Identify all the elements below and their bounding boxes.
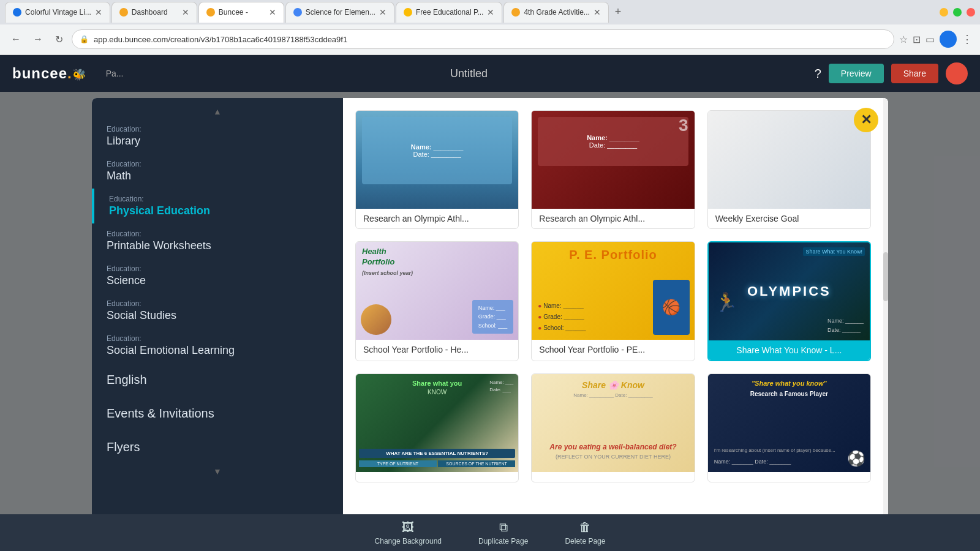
template-thumb-1: Name: ________ Date: ________ [356,111,518,209]
change-background-icon: 🖼 [402,520,414,534]
delete-page-button[interactable]: 🗑 Delete Page [565,520,605,545]
scroll-up-indicator: ▲ [92,104,343,119]
address-actions: ☆ ⊡ ▭ ⋮ [899,31,973,48]
tab-1-close[interactable]: ✕ [95,7,102,17]
tab-2-title: Dashboard [132,8,178,17]
sidebar-item-physical-education[interactable]: Education: Physical Education [92,189,343,223]
template-card-3[interactable]: Weekly Exercise Goal [707,110,871,229]
tab-2-favicon [119,8,128,17]
template-name-5: School Year Portfolio - PE... [532,340,694,359]
sidebar-item-science[interactable]: Education: Science [92,258,343,293]
user-avatar[interactable] [946,62,968,84]
tab-2-close[interactable]: ✕ [182,7,189,17]
tab-4-close[interactable]: ✕ [379,7,386,17]
template-card-7[interactable]: Share what you KNOW Name: ___Date: ___ W… [355,373,519,482]
template-card-8[interactable]: Share 🌸 Know Name: _________ Date: _____… [531,373,695,482]
tab-3-close[interactable]: ✕ [269,7,276,17]
tab-4-title: Science for Elemen... [306,8,375,17]
ssl-icon: 🔒 [80,35,89,43]
app-title: Untitled [134,67,805,80]
sidebar-item-english[interactable]: English [92,363,343,397]
template-thumb-3 [708,111,870,209]
change-background-button[interactable]: 🖼 Change Background [375,520,442,545]
close-modal-button[interactable]: ✕ [854,108,878,132]
tab-5-favicon [404,8,412,17]
tab-2[interactable]: Dashboard ✕ [111,2,197,23]
browser-menu-icon[interactable]: ⋮ [962,32,973,46]
template-name-1: Research an Olympic Athl... [356,209,518,228]
header-actions: ? Preview Share [815,62,968,84]
help-button[interactable]: ? [815,67,821,81]
minimize-button[interactable] [940,8,948,17]
template-card-2[interactable]: Name: ________ Date: ________ 3 Research… [531,110,695,229]
url-text: app.edu.buncee.com/creation/v3/b1708b1ac… [94,35,886,44]
tab-6-close[interactable]: ✕ [594,7,601,17]
template-grid: Name: ________ Date: ________ Research a… [355,110,876,482]
template-name-7 [356,472,518,482]
tab-3-title: Buncee - [219,8,265,17]
app-logo: buncee.🐝 [12,65,86,82]
template-card-9[interactable]: "Share what you know" Research a Famous … [707,373,871,482]
new-tab-button[interactable]: + [610,6,627,18]
template-name-8 [532,472,694,482]
template-name-6: Share What You Know - L... [709,340,870,360]
tab-5-title: Free Educational P... [416,8,484,17]
extension-icon[interactable]: ⊡ [913,34,921,45]
tab-5[interactable]: Free Educational P... ✕ [396,2,503,23]
template-thumb-9: "Share what you know" Research a Famous … [708,374,870,472]
template-thumb-4: HealthPortfolio(Insert school year) Name… [356,242,518,340]
template-card-1[interactable]: Name: ________ Date: ________ Research a… [355,110,519,229]
page-label: Pa... [106,69,124,78]
url-bar[interactable]: 🔒 app.edu.buncee.com/creation/v3/b1708b1… [72,29,894,49]
template-content-area[interactable]: ✕ Name: ________ Date: ________ [343,98,888,539]
maximize-button[interactable] [953,8,962,17]
close-window-button[interactable] [967,8,975,17]
duplicate-page-icon: ⧉ [499,520,508,534]
delete-page-icon: 🗑 [579,520,591,534]
content-scroll-thumb [883,252,888,301]
template-name-4: School Year Portfolio - He... [356,340,518,359]
tab-4[interactable]: Science for Elemen... ✕ [285,2,394,23]
bottom-toolbar: 🖼 Change Background ⧉ Duplicate Page 🗑 D… [0,514,980,551]
content-scrollbar[interactable] [883,98,888,539]
tab-5-close[interactable]: ✕ [487,7,494,17]
template-thumb-5: P. E. Portfolio ● Name: ______ ● Grade: … [532,242,694,340]
sidebar-item-math[interactable]: Education: Math [92,154,343,189]
sidebar-item-library[interactable]: Education: Library [92,119,343,154]
sidebar-item-events[interactable]: Events & Invitations [92,397,343,430]
sidebar-item-flyers[interactable]: Flyers [92,430,343,464]
duplicate-page-label: Duplicate Page [478,537,528,545]
scroll-down-indicator: ▼ [92,464,343,479]
sidebar-item-social-studies[interactable]: Education: Social Studies [92,293,343,328]
template-name-3: Weekly Exercise Goal [708,209,870,228]
browser-chrome: Colorful Vintage Li... ✕ Dashboard ✕ Bun… [0,0,980,55]
preview-button[interactable]: Preview [829,64,884,83]
tab-6[interactable]: 4th Grade Activitie... ✕ [503,2,608,23]
template-thumb-8: Share 🌸 Know Name: _________ Date: _____… [532,374,694,472]
tab-1-favicon [13,8,21,17]
bookmark-star-icon[interactable]: ☆ [899,34,908,45]
share-button[interactable]: Share [891,64,938,83]
tab-bar: Colorful Vintage Li... ✕ Dashboard ✕ Bun… [0,0,980,24]
tab-3[interactable]: Buncee - ✕ [198,2,284,23]
sidebar: ▲ Education: Library Education: Math Edu… [92,98,343,539]
forward-button[interactable]: → [29,31,47,47]
sidebar-item-sel[interactable]: Education: Social Emotional Learning [92,328,343,363]
address-bar: ← → ↻ 🔒 app.edu.buncee.com/creation/v3/b… [0,24,980,54]
refresh-button[interactable]: ↻ [51,31,67,48]
duplicate-page-button[interactable]: ⧉ Duplicate Page [478,520,528,545]
template-card-6[interactable]: Share What You Know! OLYMPICS Name: ____… [707,241,871,361]
back-button[interactable]: ← [7,31,24,47]
template-thumb-6: Share What You Know! OLYMPICS Name: ____… [709,242,870,340]
sidebar-item-printable-worksheets[interactable]: Education: Printable Worksheets [92,223,343,258]
template-card-5[interactable]: P. E. Portfolio ● Name: ______ ● Grade: … [531,241,695,361]
template-thumb-2: Name: ________ Date: ________ 3 [532,111,694,209]
template-thumb-7: Share what you KNOW Name: ___Date: ___ W… [356,374,518,472]
app-header: buncee.🐝 Pa... Untitled ? Preview Share [0,55,980,92]
tab-1[interactable]: Colorful Vintage Li... ✕ [5,2,110,23]
tab-3-favicon [206,8,215,17]
cast-icon[interactable]: ▭ [925,34,935,45]
profile-circle[interactable] [940,31,957,48]
delete-page-label: Delete Page [565,537,605,545]
template-card-4[interactable]: HealthPortfolio(Insert school year) Name… [355,241,519,361]
